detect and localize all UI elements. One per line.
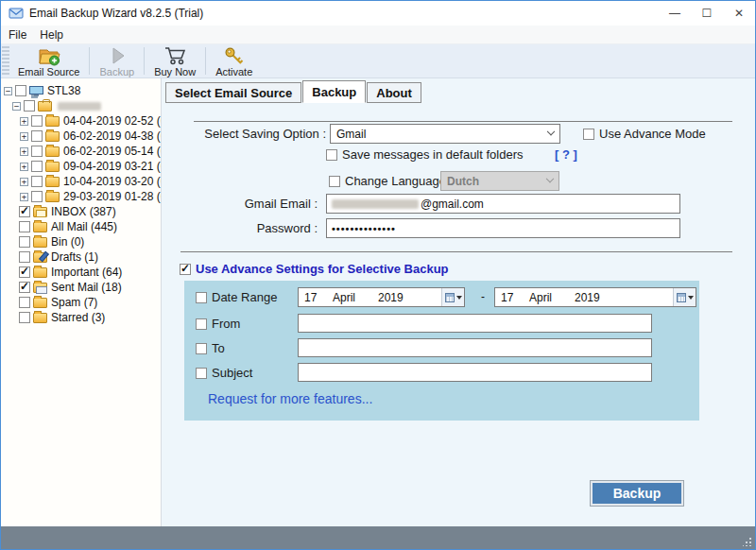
checkbox[interactable] [196, 368, 207, 379]
checkbox[interactable] [180, 264, 191, 275]
collapse-icon[interactable]: − [12, 102, 21, 111]
checkbox[interactable] [31, 161, 43, 172]
date-from-picker[interactable]: 17 April 2019 [298, 287, 465, 307]
checkbox[interactable] [31, 115, 43, 127]
change-language-checkbox[interactable]: Change Language [329, 174, 446, 188]
expand-icon[interactable]: + [20, 132, 28, 141]
save-default-folders-checkbox[interactable]: Save messages in default folders [326, 147, 524, 162]
to-input[interactable] [298, 338, 652, 357]
folder-icon [33, 222, 47, 232]
help-link[interactable]: [ ? ] [555, 147, 577, 162]
request-features-link[interactable]: Request for more features... [208, 391, 372, 406]
checkbox[interactable] [24, 100, 35, 112]
checkbox[interactable] [19, 236, 30, 248]
tree-label: 06-02-2019 04-38 (0) [63, 129, 162, 143]
menu-file[interactable]: File [9, 28, 26, 42]
checkbox[interactable] [19, 312, 30, 323]
checkbox[interactable] [31, 146, 43, 157]
tab-about[interactable]: About [367, 82, 421, 103]
tree-item-important[interactable]: Important (64) [1, 265, 161, 280]
tree-item-all-mail[interactable]: All Mail (445) [1, 219, 161, 234]
date-to-month[interactable]: April [529, 291, 575, 304]
gmail-email-field[interactable]: @gmail.com [326, 194, 680, 214]
calendar-dropdown-button[interactable] [673, 288, 696, 306]
close-icon[interactable]: ✕ [723, 1, 755, 26]
tree-item-folder[interactable]: + 06-02-2019 04-38 (0) [1, 129, 161, 144]
checkbox[interactable] [19, 266, 30, 278]
checkbox[interactable] [19, 297, 30, 308]
checkbox[interactable] [31, 130, 43, 142]
from-checkbox[interactable]: From [196, 317, 240, 331]
gmail-email-label: Gmail Email : [162, 197, 318, 211]
backup-button[interactable]: Backup [590, 480, 684, 507]
maximize-icon[interactable]: ☐ [691, 1, 723, 26]
tab-backup[interactable]: Backup [302, 80, 366, 103]
activate-button[interactable]: Activate [208, 44, 260, 77]
date-from-year[interactable]: 2019 [378, 291, 427, 304]
key-icon [223, 45, 246, 66]
date-range-checkbox[interactable]: Date Range [196, 290, 277, 304]
inbox-icon [33, 207, 47, 217]
email-source-button[interactable]: Email Source [10, 44, 87, 77]
toolbar-separator [89, 47, 90, 75]
checkbox[interactable] [19, 206, 30, 217]
checkbox[interactable] [31, 176, 43, 187]
checkbox[interactable] [196, 318, 207, 330]
checkbox[interactable] [15, 85, 26, 96]
tree-item-inbox[interactable]: INBOX (387) [1, 204, 161, 219]
tree-item-folder[interactable]: + 06-02-2019 05-14 (0) [1, 144, 161, 159]
tree-label: Starred (3) [51, 311, 105, 324]
date-to-day[interactable]: 17 [501, 291, 529, 304]
tab-select-email-source[interactable]: Select Email Source [165, 82, 301, 103]
date-to-year[interactable]: 2019 [575, 291, 624, 304]
menu-help[interactable]: Help [40, 28, 63, 42]
use-advance-mode-checkbox[interactable]: Use Advance Mode [583, 127, 706, 141]
checkbox[interactable] [31, 191, 43, 202]
checkbox[interactable] [19, 282, 30, 293]
from-input[interactable] [298, 314, 652, 333]
tree-item-folder[interactable]: + 04-04-2019 02-52 (0) [1, 113, 161, 129]
use-advance-settings-checkbox[interactable]: Use Advance Settings for Selective Backu… [180, 262, 449, 276]
expand-icon[interactable]: + [20, 163, 28, 171]
tree-item-drafts[interactable]: Drafts (1) [1, 249, 161, 265]
folder-icon [45, 177, 60, 187]
shopping-cart-icon [163, 45, 187, 66]
saving-option-select[interactable]: Gmail [330, 124, 560, 144]
calendar-dropdown-button[interactable] [441, 288, 464, 306]
folder-icon [45, 192, 60, 202]
tree-item-folder[interactable]: + 09-04-2019 03-21 (0) [1, 159, 161, 174]
checkbox[interactable] [326, 149, 337, 161]
tree-item-bin[interactable]: Bin (0) [1, 234, 161, 249]
minimize-icon[interactable]: — [659, 1, 691, 26]
tree-item-starred[interactable]: Starred (3) [1, 310, 161, 325]
tree-item-root[interactable]: − STL38 [1, 83, 161, 98]
tree-item-folder[interactable]: + 29-03-2019 01-28 (0) [1, 189, 161, 204]
tree-item-folder[interactable]: + 10-04-2019 03-20 (0) [1, 174, 161, 189]
subject-checkbox[interactable]: Subject [196, 366, 252, 380]
to-checkbox[interactable]: To [196, 341, 225, 355]
expand-icon[interactable]: + [20, 117, 28, 126]
advance-settings-title: Use Advance Settings for Selective Backu… [196, 262, 449, 276]
checkbox[interactable] [196, 292, 207, 303]
expand-icon[interactable]: + [20, 147, 28, 156]
password-field[interactable]: •••••••••••••• [326, 218, 680, 238]
tree-item-sent-mail[interactable]: Sent Mail (18) [1, 280, 161, 295]
expand-icon[interactable]: + [20, 178, 28, 186]
collapse-icon[interactable]: − [4, 87, 12, 95]
checkbox[interactable] [583, 129, 594, 140]
checkbox[interactable] [19, 221, 30, 232]
checkbox[interactable] [196, 343, 207, 354]
tree-item-spam[interactable]: Spam (7) [1, 295, 161, 310]
resize-grip[interactable] [743, 537, 752, 546]
checkbox[interactable] [329, 176, 340, 187]
date-to-picker[interactable]: 17 April 2019 [494, 287, 696, 307]
tree-item-account[interactable]: − [1, 98, 161, 113]
toolbar-grip[interactable] [2, 46, 9, 76]
tab-strip: Select Email Source Backup About [165, 80, 421, 103]
buy-now-button[interactable]: Buy Now [146, 44, 203, 77]
date-from-month[interactable]: April [333, 291, 378, 304]
subject-input[interactable] [298, 363, 652, 382]
checkbox[interactable] [19, 251, 30, 263]
expand-icon[interactable]: + [20, 193, 28, 201]
date-from-day[interactable]: 17 [304, 291, 333, 304]
